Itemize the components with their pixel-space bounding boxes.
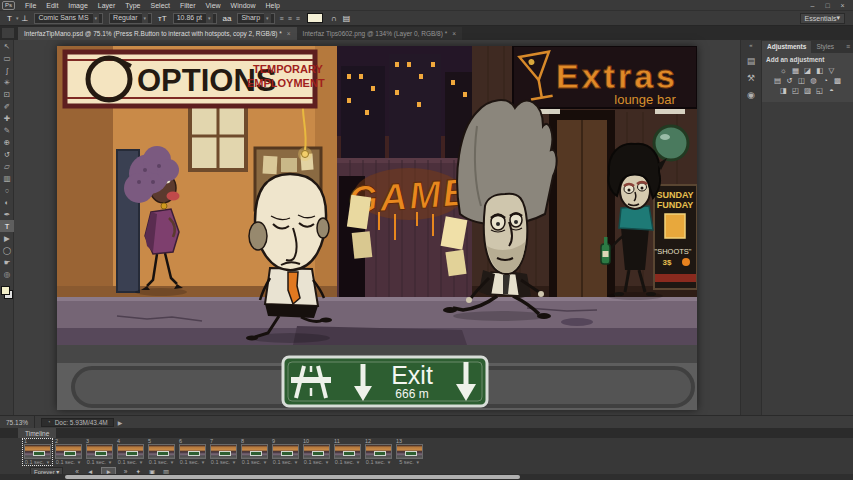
brush-tool[interactable]: ✎ <box>0 124 14 136</box>
document-canvas[interactable]: OPTIONS TEMPORARY EMPLOYMENT GAME <box>57 46 697 410</box>
gradient-map-adjustment-icon[interactable]: ◱ <box>814 86 826 95</box>
frame-10[interactable]: 10 0.1 sec. ▼ <box>301 438 332 466</box>
frame-thumbnail[interactable] <box>179 444 206 459</box>
tab-adjustments[interactable]: Adjustments <box>762 41 811 53</box>
frame-duration[interactable]: 0.1 sec. ▼ <box>333 459 362 466</box>
frame-thumbnail[interactable] <box>365 444 392 459</box>
shape-tool[interactable]: ◯ <box>0 244 14 256</box>
menu-item-edit[interactable]: Edit <box>41 2 63 9</box>
close-icon[interactable]: × <box>452 30 456 37</box>
tab-timeline[interactable]: Timeline <box>18 428 56 438</box>
frame-thumbnail[interactable] <box>24 444 51 459</box>
frame-2[interactable]: 2 0.1 sec. ▼ <box>53 438 84 466</box>
tab-styles[interactable]: Styles <box>811 41 839 53</box>
eraser-tool[interactable]: ▱ <box>0 160 14 172</box>
anti-alias-select[interactable]: Sharp ▾ <box>237 13 274 24</box>
frame-4[interactable]: 4 0.1 sec. ▼ <box>115 438 146 466</box>
type-tool-icon[interactable]: T <box>7 14 12 23</box>
menu-item-window[interactable]: Window <box>226 2 261 9</box>
frame-thumbnail[interactable] <box>396 444 423 459</box>
status-expand-icon[interactable]: ▶ <box>118 419 123 426</box>
frame-thumbnail[interactable] <box>210 444 237 459</box>
frame-5[interactable]: 5 0.1 sec. ▼ <box>146 438 177 466</box>
panel-menu-icon[interactable]: ≡ <box>846 43 850 50</box>
frame-duration[interactable]: 0.1 sec. ▼ <box>147 459 176 466</box>
menu-item-file[interactable]: File <box>20 2 41 9</box>
blur-tool[interactable]: ○ <box>0 184 14 196</box>
frame-duration[interactable]: 0.1 sec. ▼ <box>85 459 114 466</box>
menu-item-help[interactable]: Help <box>261 2 285 9</box>
frame-duration[interactable]: 0.1 sec. ▼ <box>302 459 331 466</box>
wand-tool[interactable]: ✳ <box>0 76 14 88</box>
hue-adjustment-icon[interactable]: ▤ <box>772 76 784 85</box>
exposure-adjustment-icon[interactable]: ◧ <box>814 66 826 75</box>
frame-1[interactable]: 1 0.1 sec. ▼ <box>22 438 53 466</box>
lasso-tool[interactable]: ʃ <box>0 64 14 76</box>
menu-item-type[interactable]: Type <box>120 2 145 9</box>
frame-duration[interactable]: 0.1 sec. ▼ <box>116 459 145 466</box>
align-right-icon[interactable]: ≡ <box>296 15 300 22</box>
frame-duration[interactable]: 0.1 sec. ▼ <box>178 459 207 466</box>
type-tool[interactable]: T <box>0 220 14 232</box>
clone-stamp-tool[interactable]: ⊕ <box>0 136 14 148</box>
tools-panel-icon[interactable]: ⚒ <box>747 69 755 86</box>
curves-adjustment-icon[interactable]: ◪ <box>802 66 814 75</box>
align-center-icon[interactable]: ≡ <box>288 15 292 22</box>
healing-tool[interactable]: ✚ <box>0 112 14 124</box>
font-size-input[interactable]: 10.86 pt ▾ <box>173 13 217 24</box>
frame-thumbnail[interactable] <box>55 444 82 459</box>
move-tool[interactable]: ↖ <box>0 40 14 52</box>
photo-filter-adjustment-icon[interactable]: ◍ <box>808 76 820 85</box>
menu-item-filter[interactable]: Filter <box>175 2 201 9</box>
frame-8[interactable]: 8 0.1 sec. ▼ <box>239 438 270 466</box>
frame-duration[interactable]: 0.1 sec. ▼ <box>240 459 269 466</box>
frame-3[interactable]: 3 0.1 sec. ▼ <box>84 438 115 466</box>
chevron-down-icon[interactable]: ▾ <box>16 15 19 21</box>
crop-tool[interactable]: ⊡ <box>0 88 14 100</box>
marquee-tool[interactable]: ▭ <box>0 52 14 64</box>
frame-duration[interactable]: 0.1 sec. ▼ <box>23 459 52 466</box>
restore-button[interactable]: □ <box>820 2 835 9</box>
frame-thumbnail[interactable] <box>272 444 299 459</box>
black-white-adjustment-icon[interactable]: ◫ <box>796 76 808 85</box>
color-balance-adjustment-icon[interactable]: ↺ <box>784 76 796 85</box>
frame-duration[interactable]: 0.1 sec. ▼ <box>54 459 83 466</box>
frame-duration[interactable]: 5 sec. ▼ <box>395 459 424 466</box>
frame-thumbnail[interactable] <box>241 444 268 459</box>
frame-7[interactable]: 7 0.1 sec. ▼ <box>208 438 239 466</box>
timeline-scrollbar[interactable] <box>0 474 853 480</box>
menu-item-select[interactable]: Select <box>146 2 175 9</box>
frame-13[interactable]: 13 5 sec. ▼ <box>394 438 425 466</box>
frame-6[interactable]: 6 0.1 sec. ▼ <box>177 438 208 466</box>
close-icon[interactable]: × <box>287 30 291 37</box>
invert-adjustment-icon[interactable]: ◨ <box>778 86 790 95</box>
frame-9[interactable]: 9 0.1 sec. ▼ <box>270 438 301 466</box>
eyedropper-tool[interactable]: ✐ <box>0 100 14 112</box>
menu-item-image[interactable]: Image <box>63 2 92 9</box>
kuler-panel-icon[interactable]: ◉ <box>747 86 755 103</box>
brightness-adjustment-icon[interactable]: ☼ <box>778 66 790 75</box>
collapse-dock-icon[interactable]: « <box>749 42 752 48</box>
threshold-adjustment-icon[interactable]: ▨ <box>802 86 814 95</box>
warp-text-icon[interactable]: ∩ <box>331 14 337 23</box>
frame-thumbnail[interactable] <box>303 444 330 459</box>
dodge-tool[interactable]: ◐ <box>0 196 14 208</box>
levels-adjustment-icon[interactable]: ▦ <box>790 66 802 75</box>
history-brush-tool[interactable]: ↺ <box>0 148 14 160</box>
close-button[interactable]: × <box>835 2 850 9</box>
selective-color-adjustment-icon[interactable]: ◓ <box>826 86 838 95</box>
frame-duration[interactable]: 0.1 sec. ▼ <box>209 459 238 466</box>
menu-item-view[interactable]: View <box>201 2 226 9</box>
frame-thumbnail[interactable] <box>334 444 361 459</box>
posterize-adjustment-icon[interactable]: ◰ <box>790 86 802 95</box>
frame-duration[interactable]: 0.1 sec. ▼ <box>271 459 300 466</box>
font-style-select[interactable]: Regular ▾ <box>109 13 152 24</box>
minimize-button[interactable]: – <box>805 2 820 9</box>
hand-tool[interactable]: ☛ <box>0 256 14 268</box>
scrollbar-thumb[interactable] <box>65 475 520 479</box>
pen-tool[interactable]: ✒ <box>0 208 14 220</box>
presets-panel-icon[interactable]: ▤ <box>747 52 756 69</box>
frame-thumbnail[interactable] <box>117 444 144 459</box>
document-tab-2[interactable]: Interfaz Tips0602.png @ 134% (Layer 0, R… <box>297 27 462 40</box>
frame-duration[interactable]: 0.1 sec. ▼ <box>364 459 393 466</box>
